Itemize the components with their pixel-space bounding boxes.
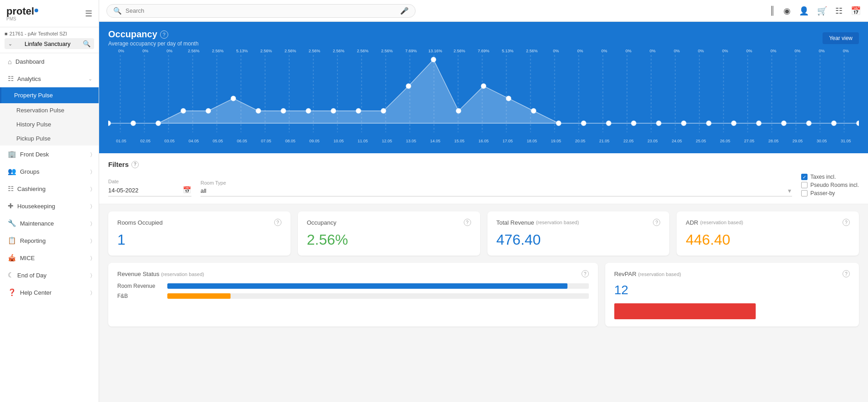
fb-revenue-track [167, 293, 589, 299]
revpar-value: 12 [614, 283, 850, 297]
chart-point [356, 109, 361, 113]
hotel-search-row[interactable]: ⌄ Linfafe Sanctuary 🔍 [5, 38, 94, 49]
date-filter-group: Date 14-05-2022 📅 [108, 179, 191, 196]
cashiering-icon: ☷ [8, 185, 14, 193]
nav-housekeeping[interactable]: ✚ Housekeeping 〉 [0, 197, 99, 215]
analytics-submenu: Property Pulse Reservation Pulse History… [0, 87, 99, 146]
year-view-button[interactable]: Year view [823, 32, 859, 44]
chart-date: 19.05 [544, 139, 568, 143]
sidebar-header: protel PMS ☰ [0, 0, 99, 27]
stat-card-adr: ADR (reservation based) ? 446.40 [677, 211, 859, 256]
hamburger-icon[interactable]: ☰ [85, 9, 92, 19]
topbar-icons: ║ ◉ 👤 🛒 ☷ 📅 [769, 6, 861, 16]
chart-date: 20.05 [568, 139, 592, 143]
nav-front-desk[interactable]: 🏢 Front Desk 〉 [0, 146, 99, 163]
search-bar[interactable]: 🔍 🎤 [106, 4, 416, 18]
adr-title-text: ADR [686, 219, 698, 226]
hotel-icon: ■ [5, 31, 8, 36]
nav-reporting[interactable]: 📋 Reporting 〉 [0, 232, 99, 249]
logo-area: protel PMS [6, 5, 38, 21]
pseudo-rooms-checkbox[interactable] [801, 182, 808, 188]
chart-point [782, 121, 786, 126]
chart-label: 2.56% [375, 49, 399, 53]
chart-date: 06.05 [230, 139, 254, 143]
search-input[interactable] [125, 7, 396, 14]
hotel-id-text: 21761 - pAir Testhotel SZI [10, 31, 67, 36]
rooms-occupied-help-icon[interactable]: ? [274, 219, 281, 226]
revenue-status-help-icon[interactable]: ? [582, 270, 589, 277]
nav-end-of-day[interactable]: ☾ End of Day 〉 [0, 266, 99, 284]
nav-dashboard-label: Dashboard [15, 58, 45, 65]
chart-point [682, 121, 686, 126]
chart-label: 0% [761, 49, 785, 53]
chart-date: 05.05 [206, 139, 230, 143]
total-revenue-title-text: Total Revenue [497, 219, 534, 226]
housekeeping-chevron: 〉 [90, 203, 92, 209]
occupancy-help-icon[interactable]: ? [160, 30, 168, 39]
receipt-icon[interactable]: ║ [769, 6, 775, 15]
circle-icon[interactable]: ◉ [783, 6, 791, 16]
chart-date: 24.05 [665, 139, 689, 143]
topbar: 🔍 🎤 ║ ◉ 👤 🛒 ☷ 📅 [99, 0, 868, 22]
room-type-dropdown-icon[interactable]: ▼ [787, 188, 792, 194]
room-type-input[interactable]: all ▼ [201, 187, 792, 196]
chart-date: 13.05 [399, 139, 423, 143]
hotel-name: Linfafe Sanctuary [25, 40, 70, 47]
room-revenue-track [167, 283, 589, 289]
date-filter-input[interactable]: 14-05-2022 📅 [108, 186, 191, 196]
occupancy-stat-value: 2.56% [307, 231, 471, 248]
filters-section: Filters ? Date 14-05-2022 📅 Room Type al… [99, 153, 868, 204]
nav-mice[interactable]: 🎪 MICE 〉 [0, 249, 99, 266]
calendar-input-icon[interactable]: 📅 [183, 186, 191, 194]
front-desk-icon: 🏢 [8, 150, 16, 158]
filters-row: Date 14-05-2022 📅 Room Type all ▼ ✓ [108, 174, 859, 196]
analytics-chevron: ⌄ [88, 76, 92, 82]
nav-housekeeping-label: Housekeeping [17, 203, 55, 210]
occupancy-stat-help-icon[interactable]: ? [464, 219, 471, 226]
hotel-search-icon[interactable]: 🔍 [83, 40, 90, 47]
chart-point [532, 109, 536, 113]
maintenance-chevron: 〉 [90, 221, 92, 226]
hotel-arrow-icon: ⌄ [8, 41, 12, 47]
nav-analytics[interactable]: ☷ Analytics ⌄ [0, 70, 99, 87]
stat-card-occupancy-title: Occupancy ? [307, 219, 471, 226]
chart-date: 12.05 [375, 139, 399, 143]
nav-property-pulse[interactable]: Property Pulse [0, 87, 99, 103]
chart-label: 2.56% [181, 49, 206, 53]
person-icon[interactable]: 👤 [799, 6, 809, 16]
calendar-icon[interactable]: 📅 [851, 6, 861, 16]
passer-by-checkbox[interactable] [801, 190, 808, 196]
analytics-icon: ☷ [8, 75, 14, 83]
maintenance-icon: 🔧 [8, 219, 16, 227]
dashboard-icon: ⌂ [8, 58, 12, 65]
microphone-icon[interactable]: 🎤 [400, 7, 409, 15]
revenue-status-subtitle: (reservation based) [161, 271, 204, 277]
nav-reservation-pulse[interactable]: Reservation Pulse [0, 103, 99, 117]
chart-date: 17.05 [496, 139, 520, 143]
revpar-help-icon[interactable]: ? [843, 270, 850, 277]
grid-icon[interactable]: ☷ [835, 6, 843, 16]
room-revenue-fill [167, 283, 567, 289]
nav-groups[interactable]: 👥 Groups 〉 [0, 163, 99, 180]
nav-dashboard[interactable]: ⌂ Dashboard [0, 53, 99, 70]
adr-subtitle: (reservation based) [700, 220, 743, 225]
filters-help-icon[interactable]: ? [131, 161, 139, 168]
adr-help-icon[interactable]: ? [843, 219, 850, 226]
nav-maintenance[interactable]: 🔧 Maintenance 〉 [0, 215, 99, 232]
taxes-incl-checkbox[interactable]: ✓ [801, 174, 808, 180]
nav-history-pulse[interactable]: History Pulse [0, 117, 99, 131]
chart-point [256, 109, 261, 113]
total-revenue-help-icon[interactable]: ? [653, 219, 660, 226]
rooms-occupied-title-text: Rooms Occupied [117, 219, 163, 226]
nav-cashiering[interactable]: ☷ Cashiering 〉 [0, 180, 99, 197]
chart-point [732, 121, 736, 126]
chart-date: 09.05 [302, 139, 326, 143]
nav-pickup-pulse[interactable]: Pickup Pulse [0, 131, 99, 146]
nav-cashiering-label: Cashiering [17, 186, 45, 192]
chart-date: 16.05 [472, 139, 496, 143]
cart-icon[interactable]: 🛒 [817, 6, 827, 16]
nav-help-center[interactable]: ❓ Help Center 〉 [0, 284, 99, 301]
nav-history-pulse-label: History Pulse [16, 121, 51, 128]
reporting-chevron: 〉 [90, 238, 92, 244]
nav-end-of-day-label: End of Day [17, 272, 46, 279]
